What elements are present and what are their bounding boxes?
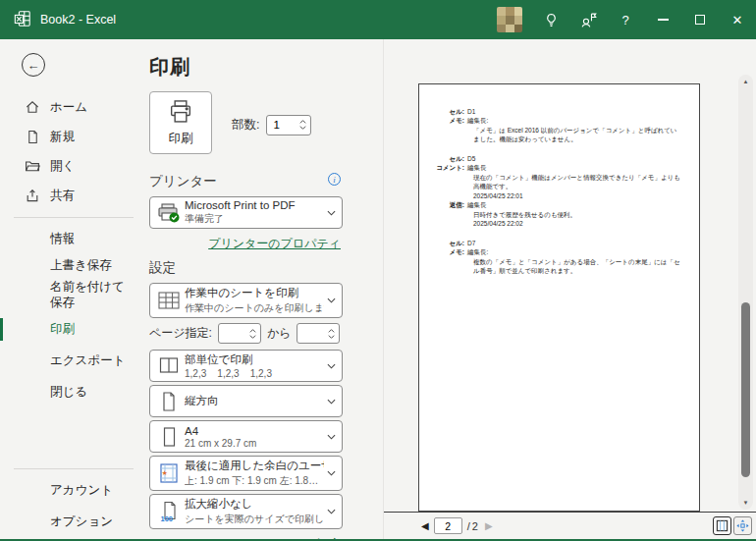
- show-margins-toggle[interactable]: [713, 516, 731, 535]
- zoom-to-page-button[interactable]: [733, 516, 752, 535]
- printer-name: Microsoft Print to PDF: [185, 199, 324, 211]
- preview-timestamp: 2025/04/25 22:02: [473, 219, 683, 228]
- preview-pager-bar: ◀ / 2 ▶: [384, 513, 756, 539]
- account-avatar[interactable]: [497, 7, 522, 32]
- page-range-row: ページ指定: から: [149, 323, 343, 344]
- sidebar-item-save[interactable]: 上書き保存: [0, 252, 147, 279]
- chevron-down-icon: [324, 470, 338, 476]
- feedback-icon[interactable]: [569, 0, 607, 39]
- settings-section-header: 設定: [149, 259, 343, 277]
- preview-line: 現在の「コメント」機能はメンバーと情報交換できたり「メモ」よりも高機能です。: [473, 173, 683, 191]
- sidebar-item-close-workbook[interactable]: 閉じる: [0, 379, 147, 406]
- svg-text:★: ★: [161, 469, 167, 476]
- printer-ready-icon: [152, 202, 185, 224]
- printer-dropdown[interactable]: Microsoft Print to PDF 準備完了: [149, 196, 343, 229]
- page-title: 印刷: [149, 54, 343, 81]
- preview-view-buttons: [713, 516, 752, 535]
- chevron-down-icon: [299, 126, 306, 130]
- chevron-down-icon: [324, 210, 338, 216]
- minimize-button[interactable]: [644, 0, 681, 39]
- preview-line: 日時付きで履歴を残せるのも便利。: [473, 210, 683, 219]
- chevron-down-icon: [324, 399, 338, 405]
- printer-section-header: プリンター i: [149, 173, 343, 190]
- preview-line: 返信:編集長: [419, 200, 699, 209]
- preview-page: セル:D1 メモ:編集長: 「メモ」は Excel 2016 以前のバージョンで…: [418, 83, 700, 512]
- new-document-icon: [24, 128, 41, 145]
- info-icon[interactable]: i: [328, 173, 341, 186]
- scroll-down-icon[interactable]: ▼: [738, 500, 753, 506]
- svg-text:100: 100: [160, 514, 173, 522]
- copies-label: 部数:: [232, 117, 259, 134]
- chevron-up-icon: [299, 120, 306, 124]
- page-to-input[interactable]: [297, 324, 324, 343]
- printer-icon: [166, 98, 195, 129]
- excel-app-icon: [14, 10, 31, 30]
- chevron-up-icon: [249, 329, 256, 333]
- preview-line: セル:D7: [419, 239, 699, 247]
- show-margins-icon: [716, 519, 729, 532]
- no-scaling-icon: 100: [152, 501, 185, 522]
- scrollbar-thumb[interactable]: [741, 302, 750, 477]
- copies-input[interactable]: [267, 116, 296, 135]
- preview-line: セル:D5: [419, 154, 699, 163]
- sheet-grid-icon: [152, 290, 185, 311]
- stepper-arrows[interactable]: [296, 116, 310, 135]
- chevron-up-icon: [328, 329, 335, 333]
- preview-line: メモ:編集長:: [419, 116, 699, 125]
- backstage-sidebar: ← ホーム 新規 開く: [0, 39, 147, 541]
- maximize-button[interactable]: [681, 0, 719, 39]
- back-arrow-icon: ←: [27, 58, 40, 73]
- print-action-row: 印刷 部数:: [149, 91, 343, 154]
- next-page-arrow-icon[interactable]: ▶: [480, 520, 498, 531]
- close-button[interactable]: ✕: [719, 0, 756, 39]
- sidebar-item-home[interactable]: ホーム: [0, 92, 147, 122]
- orientation-dropdown[interactable]: 縦方向: [149, 385, 343, 417]
- sidebar-divider: [14, 468, 134, 469]
- backstage-view: ← ホーム 新規 開く: [0, 39, 756, 541]
- sidebar-item-save-as[interactable]: 名前を付けて保存: [0, 279, 147, 311]
- print-preview-pane: セル:D1 メモ:編集長: 「メモ」は Excel 2016 以前のバージョンで…: [383, 39, 756, 541]
- titlebar-right: ? ✕: [497, 0, 756, 39]
- tell-me-lightbulb-icon[interactable]: [532, 0, 569, 39]
- chevron-down-icon: [324, 363, 338, 369]
- sidebar-item-info[interactable]: 情報: [0, 226, 147, 252]
- collation-dropdown[interactable]: 部単位で印刷 1,2,3 1,2,3 1,2,3: [149, 350, 343, 382]
- print-what-dropdown[interactable]: 作業中のシートを印刷 作業中のシートのみを印刷します: [149, 283, 343, 318]
- page-to-stepper: [297, 323, 340, 344]
- sidebar-item-options[interactable]: オプション: [0, 509, 147, 535]
- current-page-input[interactable]: [434, 517, 462, 534]
- scaling-dropdown[interactable]: 100 拡大縮小なし シートを実際のサイズで印刷します: [149, 494, 343, 529]
- paper-size-dropdown[interactable]: A4 21 cm x 29.7 cm: [149, 420, 343, 453]
- preview-scrollbar[interactable]: ▲ ▼: [738, 75, 753, 510]
- preview-line: メモ:編集長:: [419, 247, 699, 256]
- scroll-up-icon[interactable]: ▲: [738, 79, 753, 84]
- preview-line: コメント:編集長: [419, 163, 699, 172]
- sidebar-divider: [14, 217, 134, 218]
- titlebar-left: Book2 - Excel: [0, 10, 116, 30]
- copies-stepper: [266, 115, 311, 135]
- page-from-input[interactable]: [219, 324, 245, 343]
- share-icon: [24, 187, 41, 204]
- help-button[interactable]: ?: [607, 0, 644, 39]
- portrait-page-icon: [152, 391, 185, 412]
- previous-page-arrow-icon[interactable]: ◀: [416, 520, 434, 531]
- stepper-arrows[interactable]: [324, 324, 339, 343]
- sidebar-item-export[interactable]: エクスポート: [0, 348, 147, 374]
- print-button[interactable]: 印刷: [149, 91, 212, 154]
- back-button[interactable]: ←: [22, 53, 45, 77]
- chevron-down-icon: [324, 434, 338, 440]
- sidebar-item-open[interactable]: 開く: [0, 151, 147, 181]
- sidebar-item-share[interactable]: 共有: [0, 181, 147, 210]
- page-range-label: ページ指定:: [149, 325, 212, 342]
- preview-line: セル:D1: [419, 107, 699, 116]
- excel-window: Book2 - Excel: [0, 0, 756, 541]
- preview-line: 複数の「メモ」と「コメント」がある場合、「シートの末尾」には「セル番号」順で並ん…: [473, 257, 683, 276]
- sidebar-item-new[interactable]: 新規: [0, 122, 147, 151]
- sidebar-item-print[interactable]: 印刷: [0, 316, 147, 343]
- sidebar-item-account[interactable]: アカウント: [0, 477, 147, 504]
- margins-dropdown[interactable]: ★ 最後に適用した余白のユーザー設定 上: 1.9 cm 下: 1.9 cm 左…: [149, 456, 343, 491]
- printer-properties-link[interactable]: プリンターのプロパティ: [208, 237, 341, 250]
- printer-status: 準備完了: [185, 212, 324, 226]
- page-range-to-word: から: [267, 325, 292, 342]
- stepper-arrows[interactable]: [245, 324, 260, 343]
